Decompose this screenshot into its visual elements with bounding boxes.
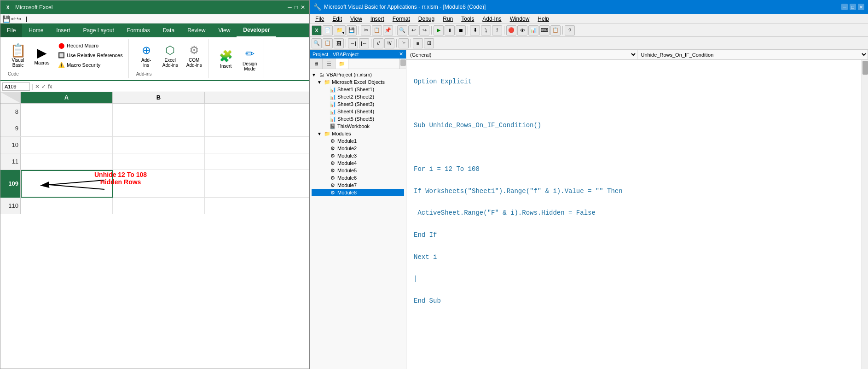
cell-a9[interactable] [21,120,113,136]
tree-item-module3[interactable]: ⚙ Module3 [312,152,404,159]
vba-format-icon[interactable]: ⊞ [424,38,434,48]
macros-button[interactable]: ▶ Macros [32,41,52,70]
vba-userform-icon[interactable]: 🖼 [334,38,344,48]
vba-stepinto-icon[interactable]: ⬇ [470,25,480,35]
vba-save-icon[interactable]: 💾 [347,25,357,35]
tree-item-sheet1[interactable]: 📊 Sheet1 (Sheet1) [312,86,404,93]
tab-file[interactable]: File [0,23,22,37]
vba-find-icon[interactable]: 🔍 [397,25,407,35]
code-scrollbar[interactable] [862,60,868,369]
tree-item-sheet2[interactable]: 📊 Sheet2 (Sheet2) [312,93,404,100]
tab-pagelayout[interactable]: Page Layout [76,23,120,37]
formula-input[interactable] [56,82,307,91]
tab-view[interactable]: View [212,23,237,37]
vba-close-btn[interactable]: ✕ [858,4,864,10]
tree-item-module8[interactable]: ⚙ Module8 [312,189,404,196]
menu-run[interactable]: Run [439,15,457,23]
cell-b11[interactable] [113,153,205,170]
menu-edit[interactable]: Edit [329,15,346,23]
vba-call-stack-icon[interactable]: 📋 [550,25,561,35]
tab-review[interactable]: Review [181,23,212,37]
tree-item-module4[interactable]: ⚙ Module4 [312,159,404,167]
vba-stop-icon[interactable]: ⏹ [456,25,466,35]
tree-item-sheet3[interactable]: 📊 Sheet3 (Sheet3) [312,100,404,108]
cancel-formula-icon[interactable]: ✕ [35,83,40,90]
tab-insert[interactable]: Insert [50,23,76,37]
vba-paste-icon[interactable]: 📌 [383,25,393,35]
tree-item-excel-objects[interactable]: ▼ 📁 Microsoft Excel Objects [312,78,404,86]
tab-formulas[interactable]: Formulas [121,23,156,37]
project-panel-close-btn[interactable]: ✕ [399,51,403,57]
cell-b109[interactable]: Unhide 12 To 108 Hidden Rows [113,170,205,198]
cell-b10[interactable] [113,137,205,153]
vba-stepover-icon[interactable]: ⤵ [481,25,491,35]
tree-item-thisworkbook[interactable]: 📓 ThisWorkbook [312,123,404,130]
col-header-b[interactable]: B [113,92,205,103]
project-tab-view3[interactable]: 📁 [336,59,348,69]
save-icon[interactable]: 💾 [2,15,10,23]
vba-module-icon[interactable]: 📄 [323,25,333,35]
vba-watch-icon[interactable]: 👁 [517,25,527,35]
project-scrollbar[interactable] [399,59,406,69]
cell-b8[interactable] [113,104,205,120]
com-addins-button[interactable]: ⚙ COMAdd-ins [184,41,204,70]
cell-b9[interactable] [113,120,205,136]
addins-button[interactable]: ⊕ Add-ins [136,41,156,70]
vba-run-icon[interactable]: ▶ [434,25,444,35]
tree-item-module6[interactable]: ⚙ Module6 [312,174,404,182]
vba-obj-browser-icon[interactable]: 🔍 [312,38,322,48]
vba-hand-icon[interactable]: ☞ [399,38,409,48]
menu-view[interactable]: View [347,15,366,23]
vba-outdent-icon[interactable]: |← [359,38,369,48]
menu-addins[interactable]: Add-Ins [479,15,505,23]
tab-home[interactable]: Home [22,23,50,37]
vba-copy-icon[interactable]: 📋 [372,25,382,35]
excel-addins-button[interactable]: ⬡ ExcelAdd-ins [160,41,180,70]
project-tab-view2[interactable]: ☰ [323,59,336,69]
menu-tools[interactable]: Tools [457,15,478,23]
vba-redo-icon[interactable]: ↪ [419,25,429,35]
redo-icon[interactable]: ↪ [17,16,21,22]
excel-minimize-btn[interactable]: ─ [288,4,292,11]
tree-item-module5[interactable]: ⚙ Module5 [312,167,404,174]
vba-immediate-icon[interactable]: ⌨ [539,25,550,35]
vba-locals-icon[interactable]: 📊 [528,25,538,35]
vba-minimize-btn[interactable]: ─ [841,4,848,10]
tree-item-sheet5[interactable]: 📊 Sheet5 (Sheet5) [312,115,404,123]
record-macro-button[interactable]: ⬤ Record Macro [56,41,125,50]
vba-cut-icon[interactable]: ✂ [361,25,371,35]
cell-a10[interactable] [21,137,113,153]
tab-developer[interactable]: Developer [237,23,276,37]
vba-stepout-icon[interactable]: ⤴ [492,25,502,35]
vba-pause-icon[interactable]: ⏸ [445,25,455,35]
cell-a8[interactable] [21,104,113,120]
menu-debug[interactable]: Debug [415,15,438,23]
general-dropdown[interactable]: (General) [406,50,637,59]
confirm-formula-icon[interactable]: ✓ [41,83,46,90]
excel-close-btn[interactable]: ✕ [301,4,305,11]
menu-format[interactable]: Format [389,15,414,23]
tab-data[interactable]: Data [156,23,181,37]
code-editor[interactable]: Option Explicit Sub Unhide_Rows_On_IF_Co… [406,60,862,369]
tree-item-vbaproject[interactable]: ▼ 🗂 VBAProject (rr.xlsm) [312,71,404,78]
tree-item-modules-folder[interactable]: ▼ 📁 Modules [312,130,404,137]
relative-refs-button[interactable]: 🔲 Use Relative References [56,51,125,60]
procedure-dropdown[interactable]: Unhide_Rows_On_IF_Condition [637,50,868,59]
tree-item-module1[interactable]: ⚙ Module1 [312,137,404,145]
vba-undo-icon[interactable]: ↩ [408,25,418,35]
cell-a11[interactable] [21,153,113,170]
cell-a110[interactable] [21,198,113,214]
tree-item-module2[interactable]: ⚙ Module2 [312,145,404,152]
col-header-a[interactable]: A [21,92,113,103]
vba-help-icon[interactable]: ? [565,25,575,35]
vba-align-icon[interactable]: ≡ [413,38,423,48]
cell-reference-input[interactable]: A109 [2,82,30,91]
vba-excel-icon[interactable]: X [312,25,322,35]
vba-maximize-btn[interactable]: □ [850,4,856,10]
tree-item-module7[interactable]: ⚙ Module7 [312,182,404,189]
vba-uncomment-icon[interactable]: !// [384,38,394,48]
insert-function-icon[interactable]: fx [48,83,52,90]
menu-file[interactable]: File [312,15,328,23]
vba-folder-icon[interactable]: 📁▼ [334,25,346,35]
vba-comment-icon[interactable]: // [373,38,383,48]
